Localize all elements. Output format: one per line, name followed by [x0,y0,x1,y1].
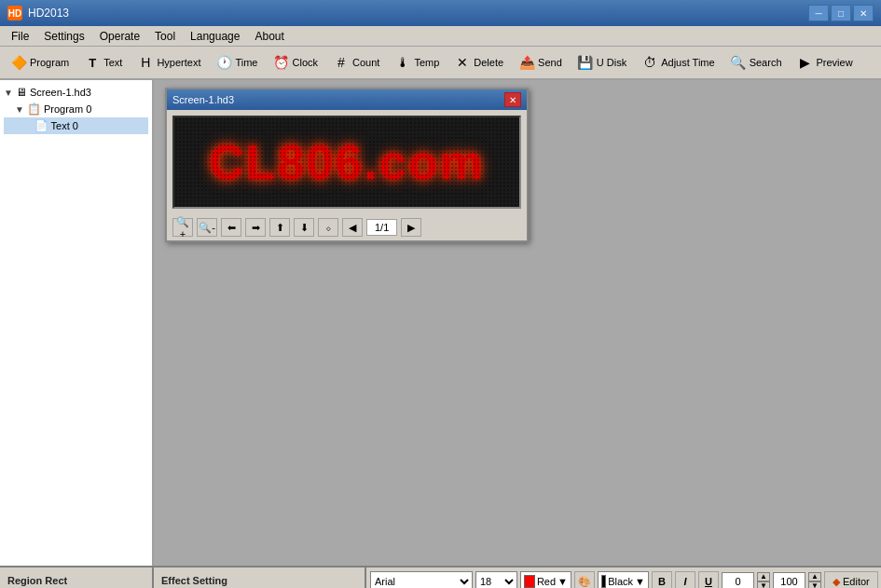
preview-window: Screen-1.hd3 ✕ CL806.com 🔍+ 🔍- ⬅ ➡ ⬆ ⬇ ⬦… [165,88,529,242]
size-select[interactable]: 18 12 14 16 20 24 [475,571,517,588]
toolbar-count[interactable]: # Count [326,49,386,75]
toolbar-preview[interactable]: ▶ Preview [791,49,860,75]
tree-arrow-text [26,121,32,131]
spacing-down-button[interactable]: ▼ [757,581,770,588]
delete-icon: ✕ [454,54,471,71]
menu-language[interactable]: Language [183,28,247,45]
text-editor-panel: Arial Times New Roman Courier New 18 12 … [366,567,881,588]
editor-label: Editor [843,576,870,587]
toolbar-udisk[interactable]: 💾 U Disk [571,49,633,75]
tree-item-screen[interactable]: ▼ 🖥 Screen-1.hd3 [4,84,148,101]
bottom-area: Region Rect Origin X Origin Y Width Heig… [0,566,881,588]
bold-button[interactable]: B [652,571,672,588]
preview-controls: 🔍+ 🔍- ⬅ ➡ ⬆ ⬇ ⬦ ◀ 1/1 ▶ [167,214,527,240]
toolbar-udisk-label: U Disk [597,57,626,68]
menu-settings[interactable]: Settings [36,28,91,45]
bg-color-button[interactable]: Black ▼ [598,571,649,588]
font-select[interactable]: Arial Times New Roman Courier New [370,571,473,588]
leading-down-button[interactable]: ▼ [808,581,821,588]
spacing-input[interactable] [722,572,754,588]
leading-up-button[interactable]: ▲ [808,572,821,581]
editor-diamond-icon: ◆ [833,576,840,588]
close-button[interactable]: ✕ [853,5,874,21]
app-title: HD2013 [28,7,69,20]
program-label: Program 0 [44,103,91,115]
send-icon: 📤 [518,54,535,71]
region-rect-panel: Region Rect Origin X Origin Y Width Heig… [0,567,154,588]
adjust-time-icon: ⏱ [641,54,658,71]
toolbar-preview-label: Preview [817,57,853,68]
pan-right-button[interactable]: ➡ [245,218,266,237]
title-bar: HD HD2013 ─ □ ✕ [0,0,881,26]
underline-button[interactable]: U [698,571,719,588]
pan-down-button[interactable]: ⬇ [294,218,314,237]
font-toolbar: Arial Times New Roman Courier New 18 12 … [370,571,878,588]
tree-arrow-program: ▼ [15,104,24,115]
prev-page-button[interactable]: ◀ [342,218,363,237]
toolbar: 🔶 Program T Text H Hypertext 🕐 Time ⏰ Cl… [0,47,881,80]
text-label: Text 0 [51,120,78,131]
leading-input[interactable] [773,572,805,588]
menu-about[interactable]: About [247,28,291,45]
tree-arrow-screen: ▼ [4,88,13,98]
toolbar-temp-label: Temp [414,57,439,68]
toolbar-hypertext[interactable]: H Hypertext [131,49,207,75]
maximize-button[interactable]: □ [831,5,851,21]
menu-file[interactable]: File [4,28,36,45]
toolbar-text[interactable]: T Text [77,49,129,75]
editor-button[interactable]: ◆ Editor [824,571,878,588]
font-color-button[interactable]: Red ▼ [520,571,571,588]
spacing-up-button[interactable]: ▲ [757,572,770,581]
zoom-in-button[interactable]: 🔍+ [172,218,193,237]
toolbar-delete[interactable]: ✕ Delete [447,49,510,75]
toolbar-temp[interactable]: 🌡 Temp [388,49,446,75]
led-display-text: CL806.com [209,134,484,190]
menu-bar: File Settings Operate Tool Language Abou… [0,26,881,47]
menu-tool[interactable]: Tool [147,28,183,45]
tree-item-program[interactable]: ▼ 📋 Program 0 [4,101,148,117]
next-page-button[interactable]: ▶ [401,218,421,237]
time-icon: 🕐 [215,54,232,71]
screen-label: Screen-1.hd3 [30,87,91,98]
zoom-out-button[interactable]: 🔍- [197,218,217,237]
toolbar-program[interactable]: 🔶 Program [4,49,76,75]
toolbar-time[interactable]: 🕐 Time [209,49,264,75]
hypertext-icon: H [137,54,154,71]
toolbar-delete-label: Delete [474,57,503,68]
italic-button[interactable]: I [675,571,695,588]
bg-color-swatch [601,575,606,588]
toolbar-send-label: Send [538,57,562,68]
search-icon: 🔍 [730,54,747,71]
toolbar-search[interactable]: 🔍 Search [723,49,789,75]
app-icon: HD [7,6,22,21]
toolbar-program-label: Program [30,57,69,68]
pan-up-button[interactable]: ⬆ [269,218,290,237]
toolbar-search-label: Search [750,57,782,68]
preview-icon: ▶ [797,54,814,71]
temp-icon: 🌡 [394,54,411,71]
pan-left-button[interactable]: ⬅ [221,218,241,237]
toolbar-hypertext-label: Hypertext [157,57,200,68]
preview-close-button[interactable]: ✕ [504,92,521,107]
fit-button[interactable]: ⬦ [318,218,338,237]
toolbar-send[interactable]: 📤 Send [512,49,569,75]
color-picker-button[interactable]: 🎨 [574,571,595,588]
tree-item-text[interactable]: 📄 Text 0 [4,117,148,134]
window-controls: ─ □ ✕ [808,5,874,21]
text-tree-icon: 📄 [34,119,48,132]
canvas-area: Screen-1.hd3 ✕ CL806.com 🔍+ 🔍- ⬅ ➡ ⬆ ⬇ ⬦… [154,80,881,566]
clock-icon: ⏰ [273,54,290,71]
region-rect-title: Region Rect [7,575,145,586]
bg-color-label: Black [608,576,633,587]
toolbar-count-label: Count [352,57,379,68]
count-icon: # [333,54,350,71]
program-tree-icon: 📋 [27,103,41,116]
page-indicator: 1/1 [366,219,397,236]
toolbar-clock[interactable]: ⏰ Clock [267,49,325,75]
led-display: CL806.com [172,116,521,209]
menu-operate[interactable]: Operate [92,28,147,45]
toolbar-adjust-time[interactable]: ⏱ Adjust Time [635,49,721,75]
minimize-button[interactable]: ─ [808,5,829,21]
udisk-icon: 💾 [577,54,594,71]
tree-panel: ▼ 🖥 Screen-1.hd3 ▼ 📋 Program 0 📄 Text 0 [0,80,154,566]
